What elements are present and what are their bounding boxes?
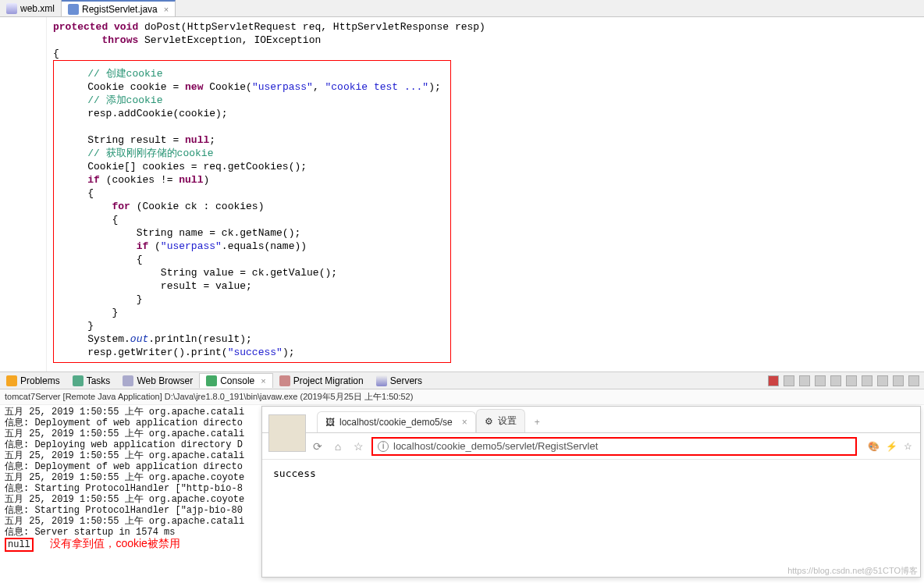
favorite-button[interactable]: ☆ bbox=[351, 439, 365, 453]
tab-servers[interactable]: Servers bbox=[370, 374, 428, 388]
display-selected-console-button[interactable] bbox=[862, 375, 872, 386]
tab-label: 设置 bbox=[498, 414, 517, 428]
flash-icon[interactable]: ⚡ bbox=[886, 441, 897, 452]
clear-console-button[interactable] bbox=[815, 375, 826, 386]
tab-project-migration[interactable]: Project Migration bbox=[273, 374, 370, 388]
code-token: , bbox=[313, 81, 325, 93]
editor-gutter bbox=[0, 17, 47, 371]
editor-tab-bar: web.xml RegistServlet.java × bbox=[0, 0, 924, 17]
code-token: new bbox=[185, 81, 203, 93]
url-text: localhost/cookie_demo5/servlet/RegistSer… bbox=[393, 440, 598, 452]
minimize-button[interactable] bbox=[893, 375, 904, 386]
console-line: 五月 25, 2019 1:50:55 上午 org.apache.catali bbox=[5, 428, 244, 439]
java-file-icon bbox=[68, 4, 79, 15]
console-line: 信息: Deployment of web application direct… bbox=[5, 418, 243, 428]
code-token: } bbox=[112, 307, 118, 318]
code-string: "userpass" bbox=[252, 81, 313, 93]
tab-label: Tasks bbox=[87, 375, 111, 386]
console-line: 五月 25, 2019 1:50:55 上午 org.apache.catali bbox=[5, 516, 244, 527]
bottom-view-tabs: Problems Tasks Web Browser Console× Proj… bbox=[0, 372, 924, 389]
maximize-button[interactable] bbox=[908, 375, 919, 386]
home-button[interactable]: ⌂ bbox=[331, 439, 345, 453]
code-token: null bbox=[185, 134, 209, 146]
code-token: .equals(name)) bbox=[222, 240, 307, 252]
close-icon[interactable]: × bbox=[164, 5, 169, 14]
code-token: (Cookie ck : cookies) bbox=[130, 201, 265, 212]
code-string: "userpass" bbox=[161, 240, 222, 252]
code-token: if bbox=[87, 174, 100, 186]
pin-console-button[interactable] bbox=[846, 375, 857, 386]
code-token: } bbox=[87, 320, 94, 332]
code-highlight-box: // 创建cookie Cookie cookie = new Cookie("… bbox=[53, 60, 451, 363]
browser-app-icon bbox=[268, 414, 306, 452]
close-icon[interactable]: × bbox=[261, 376, 265, 386]
code-string: "success" bbox=[228, 347, 283, 358]
code-token: ) bbox=[203, 174, 209, 186]
code-token: Cookie( bbox=[203, 81, 251, 93]
code-token: { bbox=[87, 187, 94, 199]
console-line: 信息: Starting ProtocolHandler ["http-bio-… bbox=[5, 483, 243, 494]
code-token: out bbox=[130, 333, 148, 345]
console-null-value: null bbox=[5, 538, 34, 552]
tab-label: Problems bbox=[20, 375, 60, 386]
code-area[interactable]: protected void doPost(HttpServletRequest… bbox=[47, 17, 924, 371]
tab-web-browser[interactable]: Web Browser bbox=[116, 374, 199, 388]
code-token: String value = ck.getValue(); bbox=[161, 267, 337, 279]
code-token: System. bbox=[87, 333, 130, 345]
console-line: 五月 25, 2019 1:50:55 上午 org.apache.coyote bbox=[5, 494, 244, 505]
browser-right-icons: 🎨 ⚡ ☆ bbox=[868, 441, 912, 452]
remove-all-button[interactable] bbox=[799, 375, 810, 386]
code-token: String result = bbox=[87, 134, 185, 146]
servers-icon bbox=[376, 375, 387, 386]
browser-toolbar: 〈 〉 ⟳ ⌂ ☆ i localhost/cookie_demo5/servl… bbox=[262, 433, 920, 460]
terminate-button[interactable] bbox=[768, 375, 779, 386]
tab-tasks[interactable]: Tasks bbox=[66, 374, 117, 388]
code-token: { bbox=[53, 48, 59, 59]
page-icon: 🖼 bbox=[325, 417, 335, 428]
code-token: ); bbox=[428, 81, 441, 93]
browser-tab-settings[interactable]: ⚙ 设置 bbox=[476, 409, 525, 432]
bookmark-icon[interactable]: ☆ bbox=[904, 441, 912, 452]
code-token: throws bbox=[101, 34, 138, 46]
browser-tab-localhost[interactable]: 🖼 localhost/cookie_demo5/se × bbox=[317, 411, 476, 432]
reload-button[interactable]: ⟳ bbox=[311, 439, 325, 453]
tasks-icon bbox=[73, 375, 84, 386]
console-line: 五月 25, 2019 1:50:55 上午 org.apache.coyote bbox=[5, 472, 244, 483]
remove-launch-button[interactable] bbox=[784, 375, 794, 386]
close-icon[interactable]: × bbox=[462, 417, 467, 428]
code-token: Cookie[] cookies = req.getCookies(); bbox=[87, 161, 307, 172]
code-string: "cookie test ..." bbox=[325, 81, 429, 93]
project-migration-icon bbox=[279, 375, 290, 386]
tab-label: Console bbox=[220, 375, 254, 386]
console-line: 信息: Server startup in 1574 ms bbox=[5, 527, 175, 538]
console-icon bbox=[206, 375, 217, 386]
tab-label: Project Migration bbox=[293, 375, 364, 386]
open-console-button[interactable] bbox=[877, 375, 888, 386]
code-comment: // 添加cookie bbox=[87, 94, 162, 106]
new-tab-button[interactable]: + bbox=[525, 412, 549, 432]
tab-registservlet[interactable]: RegistServlet.java × bbox=[62, 0, 176, 16]
tab-label: RegistServlet.java bbox=[82, 4, 158, 15]
browser-window: 🖼 localhost/cookie_demo5/se × ⚙ 设置 + 〈 〉… bbox=[261, 406, 921, 578]
tab-console[interactable]: Console× bbox=[199, 373, 272, 388]
tab-label: Web Browser bbox=[137, 375, 193, 386]
tab-webxml[interactable]: web.xml bbox=[0, 0, 62, 16]
tab-problems[interactable]: Problems bbox=[0, 374, 66, 388]
scroll-lock-button[interactable] bbox=[830, 375, 841, 386]
browser-tab-bar: 🖼 localhost/cookie_demo5/se × ⚙ 设置 + bbox=[262, 407, 920, 433]
xml-file-icon bbox=[6, 3, 17, 14]
annotation-note: 没有拿到值，cookie被禁用 bbox=[50, 537, 179, 549]
code-token: ( bbox=[148, 240, 161, 252]
url-bar[interactable]: i localhost/cookie_demo5/servlet/RegistS… bbox=[371, 437, 857, 456]
code-token: { bbox=[112, 214, 118, 226]
browser-page-body: success bbox=[262, 460, 920, 487]
web-browser-icon bbox=[123, 375, 133, 386]
site-info-icon[interactable]: i bbox=[378, 441, 389, 452]
code-comment: // 创建cookie bbox=[87, 68, 162, 80]
extension-icon[interactable]: 🎨 bbox=[868, 441, 880, 452]
code-token: protected void bbox=[53, 21, 138, 33]
code-token: .println(result); bbox=[148, 333, 252, 345]
code-token: } bbox=[137, 293, 143, 305]
code-token: (cookies != bbox=[100, 174, 179, 186]
console-line: 信息: Starting ProtocolHandler ["ajp-bio-8… bbox=[5, 505, 243, 516]
